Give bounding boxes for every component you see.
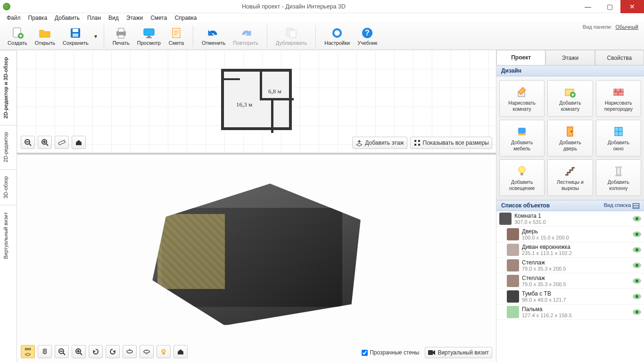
card-add-column[interactable]: Добавитьколонну (596, 159, 641, 196)
visibility-toggle[interactable] (633, 309, 641, 315)
svg-rect-36 (518, 128, 526, 133)
object-row[interactable]: Стеллаж79.0 x 35.3 x 200.5 (496, 258, 644, 273)
pan-button[interactable] (38, 345, 52, 358)
object-dims: 79.0 x 35.3 x 200.5 (522, 266, 633, 272)
vtab-virtual[interactable]: Виртуальный визит (0, 205, 17, 266)
toolbar-print[interactable]: Печать (109, 25, 133, 47)
rtab-project[interactable]: Проект (496, 50, 545, 65)
toolbar-settings[interactable]: Настройки (321, 25, 354, 47)
toolbar-estimate[interactable]: Смета (165, 25, 188, 47)
tilt-down-button[interactable] (123, 345, 137, 358)
card-draw-partition[interactable]: Нарисоватьперегородку (596, 80, 641, 117)
object-list[interactable]: Комната 1307.0 x 531.0Дверь100.0 x 15.0 … (496, 211, 644, 362)
card-add-lighting[interactable]: Добавитьосвещение (499, 159, 545, 196)
pane-2d[interactable]: 16,3 м 6,8 м Добавить этаж Показывать вс… (17, 50, 496, 155)
light-button[interactable] (157, 345, 171, 358)
bulb-icon (515, 165, 528, 178)
svg-point-27 (127, 350, 132, 353)
toolbar-manual[interactable]: ? Учебник (354, 25, 381, 47)
object-name: Комната 1 (514, 213, 633, 219)
zoom-out-2d[interactable] (21, 136, 35, 149)
card-add-door[interactable]: Добавитьдверь (547, 120, 593, 156)
transparent-walls-checkbox[interactable] (362, 350, 368, 356)
rotate-right-button[interactable] (106, 345, 120, 358)
zoom-in-2d[interactable] (38, 136, 52, 149)
render-3d[interactable] (143, 174, 370, 325)
add-floor-button[interactable]: Добавить этаж (352, 137, 407, 149)
window-title: Новый проект - Дизайн Интерьера 3D (10, 3, 577, 10)
svg-point-28 (144, 350, 149, 353)
svg-rect-4 (73, 33, 78, 37)
visibility-toggle[interactable] (633, 231, 641, 237)
toolbar-save-dropdown[interactable]: ▾ (92, 25, 99, 47)
gear-icon (330, 26, 344, 40)
svg-rect-3 (73, 29, 78, 32)
object-dims: 235.1 x 113.1 x 102.2 (522, 250, 633, 256)
floorplan[interactable]: 16,3 м 6,8 м (221, 69, 292, 130)
menu-edit[interactable]: Правка (25, 14, 51, 22)
rtab-props[interactable]: Свойства (595, 50, 644, 65)
card-stairs[interactable]: Лестницы ивырезы (547, 159, 593, 196)
menu-estimate[interactable]: Смета (147, 14, 171, 22)
orbit-360-button[interactable]: 360 (21, 345, 35, 358)
virtual-visit-button[interactable]: Виртуальный визит (425, 347, 492, 358)
close-button[interactable]: ✕ (620, 0, 644, 13)
home-2d[interactable] (72, 136, 86, 149)
object-row[interactable]: Комната 1307.0 x 531.0 (496, 211, 644, 227)
card-add-room[interactable]: Добавитькомнату (547, 80, 593, 117)
vtab-combined[interactable]: 2D-редактор и 3D-обзор (0, 50, 17, 125)
object-row[interactable]: Диван еврокнижка235.1 x 113.1 x 102.2 (496, 242, 644, 258)
toolbar-create[interactable]: Создать (4, 25, 31, 47)
svg-point-29 (162, 349, 165, 353)
visibility-toggle[interactable] (633, 216, 641, 222)
room-label-1: 16,3 м (236, 101, 252, 108)
undo-icon (207, 26, 220, 40)
svg-rect-21 (414, 140, 416, 142)
visibility-toggle[interactable] (633, 247, 641, 253)
menu-view[interactable]: Вид (105, 14, 123, 22)
vtab-2d[interactable]: 2D-редактор (0, 125, 17, 169)
vtab-3d[interactable]: 3D-обзор (0, 169, 17, 205)
rotate-left-button[interactable] (89, 345, 103, 358)
object-row[interactable]: Дверь100.0 x 15.0 x 200.0 (496, 227, 644, 242)
zoom-out-3d[interactable] (55, 345, 69, 358)
zoom-in-3d[interactable] (72, 345, 86, 358)
card-draw-room[interactable]: Нарисоватькомнату (499, 80, 545, 117)
visibility-toggle[interactable] (633, 263, 641, 268)
object-dims: 307.0 x 531.0 (514, 219, 633, 225)
add-floor-icon (355, 139, 363, 147)
toolbar-undo[interactable]: Отменить (198, 25, 229, 47)
menu-file[interactable]: Файл (3, 14, 25, 22)
svg-rect-30 (163, 353, 165, 354)
toolbar-save[interactable]: Сохранить (59, 25, 92, 47)
object-row[interactable]: Стеллаж79.0 x 35.3 x 200.5 (496, 273, 644, 289)
menu-help[interactable]: Справка (171, 14, 200, 22)
toolbar-preview[interactable]: Просмотр (133, 25, 165, 47)
object-thumb (507, 290, 519, 303)
minimize-button[interactable]: — (577, 0, 599, 13)
menu-plan[interactable]: План (83, 14, 105, 22)
panel-mode-link[interactable]: Обычный (615, 24, 638, 30)
visibility-toggle[interactable] (633, 278, 641, 284)
menu-floors[interactable]: Этажи (123, 14, 147, 22)
menu-add[interactable]: Добавить (51, 14, 83, 22)
pane-3d[interactable]: 360 Прозрачные стены Виртуальный виз (17, 155, 496, 362)
home-3d[interactable] (173, 345, 188, 358)
card-add-furniture[interactable]: Добавитьмебель (499, 120, 545, 156)
card-add-window[interactable]: Добавитьокно (596, 120, 641, 156)
maximize-button[interactable]: ▢ (599, 0, 620, 13)
object-row[interactable]: Тумба с ТВ98.0 x 48.0 x 121.7 (496, 289, 644, 304)
rtab-floors[interactable]: Этажи (545, 50, 594, 65)
list-view-toggle[interactable]: Вид списка (604, 202, 639, 208)
tilt-up-button[interactable] (140, 345, 154, 358)
dimensions-icon (413, 139, 421, 147)
visibility-toggle[interactable] (633, 294, 641, 299)
toolbar-open[interactable]: Открыть (31, 25, 59, 47)
show-dimensions-button[interactable]: Показывать все размеры (410, 137, 492, 149)
measure-2d[interactable] (55, 136, 69, 149)
svg-rect-23 (414, 144, 416, 146)
transparent-walls-toggle[interactable]: Прозрачные стены (359, 347, 422, 358)
chevron-down-icon: ▾ (93, 30, 98, 43)
door-icon (563, 125, 577, 138)
object-row[interactable]: Пальма127.4 x 116.2 x 158.5 (496, 304, 644, 320)
